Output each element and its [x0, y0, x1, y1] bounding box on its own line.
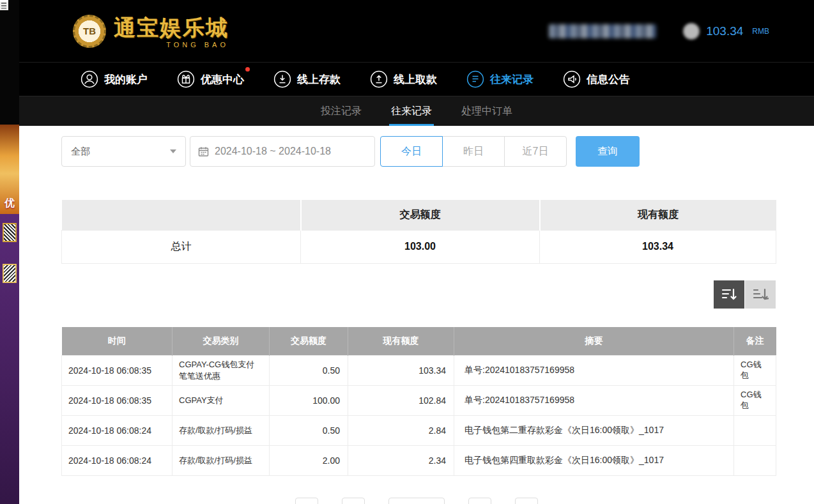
strip-dark-area — [0, 0, 19, 125]
search-button[interactable]: 查询 — [576, 136, 640, 167]
summary-header-balance: 现有额度 — [540, 200, 776, 230]
quick-today-button[interactable]: 今日 — [380, 136, 443, 167]
cell-balance: 2.84 — [348, 416, 454, 446]
browser-tab-fragment — [0, 0, 8, 10]
cell-summary: 单号:202410183757169958 — [454, 386, 734, 416]
nav-item-announcements[interactable]: 信息公告 — [563, 70, 630, 88]
nav-label: 线上存款 — [297, 72, 341, 87]
qr-code-fragment — [3, 264, 17, 283]
balance-currency: RMB — [752, 27, 769, 36]
user-icon — [81, 70, 98, 88]
sort-descending-button[interactable] — [714, 280, 744, 309]
type-select-value: 全部 — [71, 146, 90, 158]
withdraw-icon — [370, 70, 388, 88]
summary-table: 交易额度 现有额度 总计 103.00 103.34 — [61, 200, 776, 264]
logo-title-cn: 通宝娱乐城 — [114, 13, 229, 43]
cell-type: 存款/取款/打码/损益 — [173, 416, 270, 446]
background-window-strip: 优 — [0, 0, 19, 504]
cell-balance: 2.34 — [348, 446, 454, 476]
nav-item-my-account[interactable]: 我的账户 — [81, 70, 148, 88]
logo-text: 通宝娱乐城 TONG BAO — [114, 13, 229, 49]
quick-range-group: 今日 昨日 近7日 — [380, 136, 567, 167]
filter-bar: 全部 2024-10-18 ~ 2024-10-18 今日 昨日 近7日 查询 — [19, 126, 814, 167]
table-row: 2024-10-18 06:08:24 存款/取款/打码/损益 0.50 2.8… — [62, 416, 776, 446]
username-blurred — [549, 24, 656, 38]
casino-chip-icon: TB — [73, 15, 106, 48]
summary-total-label: 总计 — [62, 230, 301, 263]
summary-total-row: 总计 103.00 103.34 — [62, 230, 776, 263]
tab-betting-records[interactable]: 投注记录 — [319, 96, 364, 126]
chip-label: TB — [83, 26, 96, 36]
nav-label: 我的账户 — [104, 72, 148, 87]
account-area: 103.34 RMB — [549, 23, 769, 40]
records-icon — [466, 70, 484, 88]
site-header: TB 通宝娱乐城 TONG BAO 103.34 RMB — [19, 0, 814, 62]
main-nav: 我的账户 优惠中心 线上存款 线上取款 往来记录 — [19, 62, 814, 96]
pagination-page-select[interactable] — [388, 498, 445, 504]
col-summary: 摘要 — [454, 327, 734, 356]
table-row: 2024-10-18 06:08:35 CGPAY支付 100.00 102.8… — [62, 386, 776, 416]
col-type: 交易类别 — [173, 327, 270, 356]
cell-summary: 电子钱包第二重存款彩金《次日16:00领取》_1017 — [454, 416, 734, 446]
gift-icon — [177, 70, 195, 88]
main-window: TB 通宝娱乐城 TONG BAO 103.34 RMB 我的账户 — [19, 0, 814, 504]
cell-time: 2024-10-18 06:08:24 — [62, 416, 173, 446]
nav-item-deposit[interactable]: 线上存款 — [273, 70, 341, 88]
coin-icon-blurred — [683, 23, 700, 40]
summary-header-transaction: 交易额度 — [301, 200, 540, 230]
quick-yesterday-button[interactable]: 昨日 — [442, 136, 505, 167]
logo-title-en: TONG BAO — [166, 41, 229, 49]
nav-label: 信息公告 — [587, 72, 630, 87]
summary-header-blank — [62, 200, 301, 230]
tab-processing-orders[interactable]: 处理中订单 — [459, 96, 514, 126]
notification-dot — [245, 67, 250, 72]
cell-balance: 102.84 — [348, 386, 454, 416]
nav-item-promotions[interactable]: 优惠中心 — [177, 70, 244, 88]
cell-balance: 103.34 — [348, 356, 454, 386]
pagination — [19, 498, 814, 504]
pagination-next-button[interactable] — [468, 498, 491, 504]
cell-remark: CG钱包 — [734, 386, 776, 416]
strip-purple-area — [0, 214, 19, 504]
cell-remark — [734, 416, 776, 446]
announcement-icon — [563, 70, 581, 88]
cell-amount: 0.50 — [270, 416, 348, 446]
cell-time: 2024-10-18 06:08:35 — [62, 356, 173, 386]
col-amount: 交易额度 — [270, 327, 348, 356]
tab-transaction-records[interactable]: 往来记录 — [389, 96, 434, 126]
summary-total-balance: 103.34 — [540, 230, 776, 263]
nav-item-records[interactable]: 往来记录 — [466, 70, 534, 88]
summary-total-transaction: 103.00 — [301, 230, 540, 263]
sort-desc-icon — [721, 286, 737, 303]
quick-7days-button[interactable]: 近7日 — [504, 136, 567, 167]
date-range-picker[interactable]: 2024-10-18 ~ 2024-10-18 — [190, 136, 375, 167]
sort-controls — [19, 280, 776, 309]
col-balance: 现有额度 — [348, 327, 454, 356]
col-time: 时间 — [62, 327, 173, 356]
cell-type: CGPAY-CG钱包支付笔笔送优惠 — [173, 356, 270, 386]
pagination-prev-button[interactable] — [342, 498, 365, 504]
chevron-down-icon — [170, 149, 176, 153]
balance-amount: 103.34 — [706, 24, 743, 38]
col-remark: 备注 — [734, 327, 776, 356]
site-logo[interactable]: TB 通宝娱乐城 TONG BAO — [73, 13, 229, 49]
nav-label: 往来记录 — [490, 72, 534, 87]
strip-banner-area: 优 — [0, 125, 19, 214]
records-table: 时间 交易类别 交易额度 现有额度 摘要 备注 2024-10-18 06:08… — [61, 327, 776, 477]
type-select[interactable]: 全部 — [61, 136, 186, 167]
cell-amount: 100.00 — [270, 386, 348, 416]
cell-amount: 2.00 — [270, 446, 348, 476]
record-tabs: 投注记录 往来记录 处理中订单 — [19, 96, 814, 126]
nav-item-withdraw[interactable]: 线上取款 — [370, 70, 437, 88]
pagination-first-button[interactable] — [295, 498, 318, 504]
cell-summary: 单号:202410183757169958 — [454, 356, 734, 386]
sort-ascending-button[interactable] — [745, 280, 776, 309]
cell-summary: 电子钱包第四重取款彩金《次日16:00领取》_1017 — [454, 446, 734, 476]
cell-remark — [734, 446, 776, 476]
date-range-value: 2024-10-18 ~ 2024-10-18 — [215, 146, 331, 157]
nav-label: 优惠中心 — [201, 72, 244, 87]
qr-code-fragment — [3, 223, 17, 242]
deposit-icon — [273, 70, 291, 88]
table-row: 2024-10-18 06:08:35 CGPAY-CG钱包支付笔笔送优惠 0.… — [62, 356, 776, 386]
pagination-last-button[interactable] — [515, 498, 538, 504]
